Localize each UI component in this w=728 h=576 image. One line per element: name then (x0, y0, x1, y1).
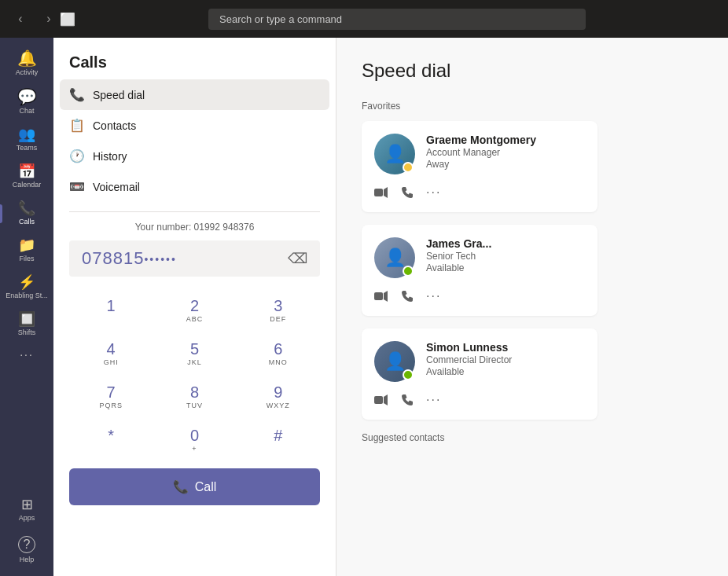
sidebar-label-files: Files (19, 255, 34, 262)
calls-icon: 📞 (18, 201, 35, 215)
phone-icon (401, 186, 414, 199)
contact-role-james: Senior Tech (426, 251, 585, 262)
your-number: Your number: 01992 948376 (135, 222, 255, 233)
sidebar-label-calendar: Calendar (13, 181, 42, 189)
video-call-graeme[interactable] (374, 187, 388, 198)
backspace-button[interactable]: ⌫ (288, 250, 307, 267)
contact-name-simon: Simon Lunness (426, 341, 585, 354)
favorites-row: 👤 Graeme Montgomery Account Manager Away (362, 121, 703, 316)
second-contacts-row: 👤 Simon Lunness Commercial Director Avai… (362, 328, 703, 420)
dial-key-6[interactable]: 6 MNO (237, 332, 320, 376)
voicemail-icon: 📼 (69, 179, 85, 194)
nav-speed-dial[interactable]: 📞 Speed dial (60, 79, 329, 110)
sidebar-item-activity[interactable]: 🔔 Activity (0, 44, 53, 83)
status-dot-james (403, 266, 414, 277)
sidebar-item-enabling[interactable]: ⚡ Enabling St... (0, 269, 53, 306)
sidebar-item-more[interactable]: ··· (0, 343, 53, 366)
page-title: Speed dial (362, 60, 703, 82)
svg-rect-0 (374, 189, 383, 196)
more-simon[interactable]: ··· (426, 393, 441, 407)
video-call-james[interactable] (374, 291, 388, 302)
teams-icon: 👥 (18, 127, 35, 141)
sidebar-label-help: Help (20, 556, 35, 563)
sidebar-label-teams: Teams (17, 144, 38, 152)
sidebar-item-teams[interactable]: 👥 Teams (0, 121, 53, 158)
favorites-label: Favorites (362, 101, 703, 112)
dialpad-area: Your number: 01992 948376 078815•••••• ⌫… (53, 222, 336, 576)
dial-key-1[interactable]: 1 (69, 289, 153, 332)
contact-name-james: James Gra... (426, 237, 585, 250)
dial-key-5[interactable]: 5 JKL (153, 332, 236, 376)
phone-icon (401, 290, 414, 303)
contact-text-james: James Gra... Senior Tech Available (426, 237, 585, 273)
sidebar-item-help[interactable]: ? Help (15, 530, 39, 570)
calls-nav-menu: 📞 Speed dial 📋 Contacts 🕐 History 📼 Voic… (53, 79, 336, 202)
dial-key-0[interactable]: 0 + (153, 419, 236, 462)
contact-status-graeme: Away (426, 159, 585, 170)
nav-voicemail[interactable]: 📼 Voicemail (60, 171, 329, 202)
contacts-label: Contacts (93, 119, 136, 132)
contact-info-simon: 👤 Simon Lunness Commercial Director Avai… (374, 341, 585, 382)
more-graeme[interactable]: ··· (426, 185, 441, 200)
dial-key-hash[interactable]: # (237, 419, 320, 462)
nav-contacts[interactable]: 📋 Contacts (60, 110, 329, 141)
video-icon (374, 394, 388, 405)
audio-call-james[interactable] (401, 290, 414, 303)
more-james[interactable]: ··· (426, 289, 441, 303)
divider (69, 211, 320, 212)
contact-card-graeme: 👤 Graeme Montgomery Account Manager Away (362, 121, 597, 212)
files-icon: 📁 (18, 238, 35, 252)
contact-text-simon: Simon Lunness Commercial Director Availa… (426, 341, 585, 377)
chat-icon: 💬 (17, 89, 37, 105)
history-label: History (93, 150, 127, 163)
call-phone-icon: 📞 (173, 479, 189, 494)
dial-key-7[interactable]: 7 PQRS (69, 376, 153, 419)
phone-input-display[interactable]: 078815•••••• ⌫ (69, 240, 320, 277)
contact-actions-james: ··· (374, 289, 585, 303)
audio-call-graeme[interactable] (401, 186, 414, 199)
main-layout: 🔔 Activity 💬 Chat 👥 Teams 📅 Calendar 📞 C… (0, 38, 728, 576)
sidebar-item-calendar[interactable]: 📅 Calendar (0, 158, 53, 195)
phone-icon (401, 394, 414, 406)
audio-call-simon[interactable] (401, 394, 414, 406)
contact-actions-simon: ··· (374, 393, 585, 407)
avatar-james: 👤 (374, 237, 415, 278)
nav-arrows: ‹ › (9, 8, 60, 30)
dial-key-4[interactable]: 4 GHI (69, 332, 153, 376)
dial-key-8[interactable]: 8 TUV (153, 376, 236, 419)
search-placeholder: Search or type a command (219, 13, 342, 25)
apps-icon: ⊞ (21, 497, 33, 512)
back-button[interactable]: ‹ (9, 8, 31, 30)
expand-button[interactable]: ⬜ (60, 12, 75, 27)
contacts-icon: 📋 (69, 118, 85, 133)
sidebar-item-shifts[interactable]: 🔲 Shifts (0, 306, 53, 343)
forward-button[interactable]: › (38, 8, 60, 30)
calendar-icon: 📅 (18, 164, 35, 178)
svg-rect-4 (374, 396, 383, 404)
svg-marker-3 (384, 291, 388, 302)
activity-icon: 🔔 (17, 50, 37, 66)
contact-name-graeme: Graeme Montgomery (426, 134, 585, 146)
sidebar-item-files[interactable]: 📁 Files (0, 232, 53, 269)
video-icon (374, 291, 388, 302)
dial-key-9[interactable]: 9 WXYZ (237, 376, 320, 419)
video-call-simon[interactable] (374, 394, 388, 405)
contact-actions-graeme: ··· (374, 185, 585, 200)
dialpad-grid: 1 2 ABC 3 DEF 4 GHI 5 JKL (69, 289, 320, 462)
nav-history[interactable]: 🕐 History (60, 141, 329, 171)
sidebar-item-chat[interactable]: 💬 Chat (0, 83, 53, 121)
call-button[interactable]: 📞 Call (69, 468, 320, 505)
search-bar[interactable]: Search or type a command (208, 9, 586, 30)
right-panel: Speed dial Favorites 👤 Graeme Montgomery… (336, 38, 728, 576)
svg-marker-5 (384, 394, 388, 405)
sidebar-item-calls[interactable]: 📞 Calls (0, 195, 53, 232)
svg-rect-2 (374, 292, 383, 300)
sidebar-item-apps[interactable]: ⊞ Apps (15, 491, 39, 528)
contact-status-simon: Available (426, 366, 585, 377)
status-dot-graeme (403, 162, 414, 173)
sidebar-label-chat: Chat (19, 107, 34, 115)
dial-key-star[interactable]: * (69, 419, 153, 462)
dial-key-3[interactable]: 3 DEF (237, 289, 320, 332)
dial-key-2[interactable]: 2 ABC (153, 289, 236, 332)
contact-role-graeme: Account Manager (426, 147, 585, 158)
